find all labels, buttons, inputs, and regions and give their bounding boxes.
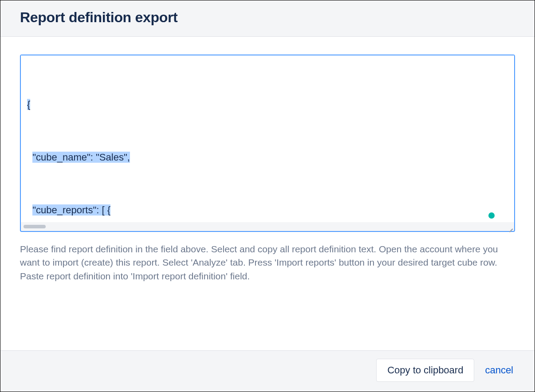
export-dialog: Report definition export { "cube_name": … [0, 0, 535, 392]
code-l1: { [27, 99, 30, 110]
help-text: Please find report definition in the fie… [20, 243, 515, 283]
dialog-title: Report definition export [20, 9, 515, 26]
resize-handle-icon [507, 224, 513, 230]
export-text-field[interactable]: { "cube_name": "Sales", "cube_reports": … [20, 55, 515, 232]
dialog-content: { "cube_name": "Sales", "cube_reports": … [0, 37, 535, 350]
horizontal-scroll-thumb[interactable] [24, 225, 46, 228]
grammarly-icon [488, 212, 495, 219]
dialog-header: Report definition export [0, 0, 535, 37]
copy-to-clipboard-button[interactable]: Copy to clipboard [376, 359, 474, 382]
cancel-button[interactable]: cancel [483, 359, 515, 381]
code-l2: "cube_name": "Sales", [32, 152, 130, 163]
code-l3: "cube_reports": [ { [32, 204, 110, 216]
dialog-footer: Copy to clipboard cancel [0, 350, 535, 392]
horizontal-scrollbar[interactable] [21, 222, 514, 231]
export-code-area[interactable]: { "cube_name": "Sales", "cube_reports": … [21, 55, 514, 222]
